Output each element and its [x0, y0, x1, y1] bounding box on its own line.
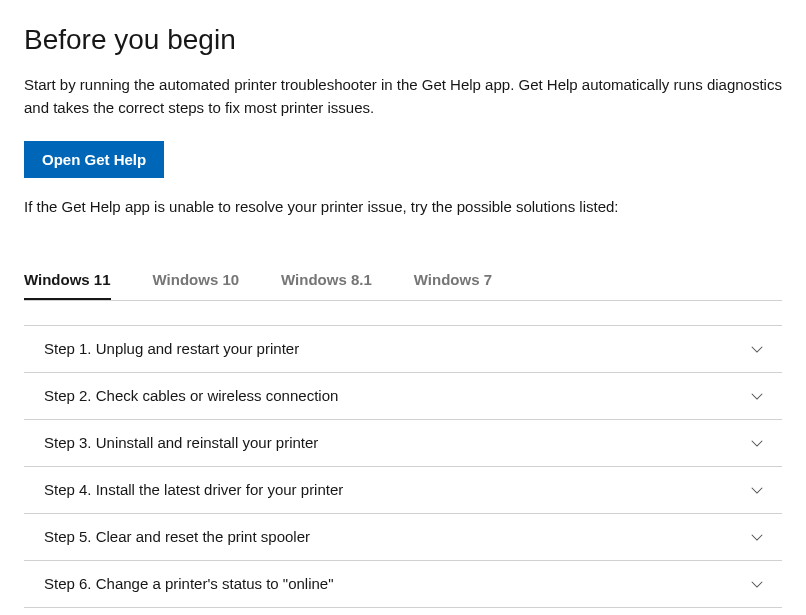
chevron-down-icon: [748, 575, 766, 593]
accordion-item-step-1[interactable]: Step 1. Unplug and restart your printer: [24, 325, 782, 372]
accordion-label: Step 2. Check cables or wireless connect…: [44, 387, 338, 404]
followup-text: If the Get Help app is unable to resolve…: [24, 196, 782, 219]
tab-windows-7[interactable]: Windows 7: [414, 261, 492, 300]
tab-windows-11[interactable]: Windows 11: [24, 261, 111, 300]
accordion-label: Step 5. Clear and reset the print spoole…: [44, 528, 310, 545]
chevron-down-icon: [748, 340, 766, 358]
chevron-down-icon: [748, 481, 766, 499]
accordion-label: Step 1. Unplug and restart your printer: [44, 340, 299, 357]
accordion-label: Step 3. Uninstall and reinstall your pri…: [44, 434, 318, 451]
tabs-container: Windows 11 Windows 10 Windows 8.1 Window…: [24, 261, 782, 301]
tab-windows-10[interactable]: Windows 10: [153, 261, 240, 300]
page-title: Before you begin: [24, 24, 782, 56]
open-get-help-button[interactable]: Open Get Help: [24, 141, 164, 178]
accordion-item-step-5[interactable]: Step 5. Clear and reset the print spoole…: [24, 513, 782, 560]
accordion-item-step-6[interactable]: Step 6. Change a printer's status to "on…: [24, 560, 782, 608]
accordion-label: Step 6. Change a printer's status to "on…: [44, 575, 334, 592]
chevron-down-icon: [748, 528, 766, 546]
accordion-item-step-2[interactable]: Step 2. Check cables or wireless connect…: [24, 372, 782, 419]
chevron-down-icon: [748, 387, 766, 405]
accordion-item-step-3[interactable]: Step 3. Uninstall and reinstall your pri…: [24, 419, 782, 466]
chevron-down-icon: [748, 434, 766, 452]
accordion-label: Step 4. Install the latest driver for yo…: [44, 481, 343, 498]
accordion-item-step-4[interactable]: Step 4. Install the latest driver for yo…: [24, 466, 782, 513]
intro-text: Start by running the automated printer t…: [24, 74, 782, 119]
accordion: Step 1. Unplug and restart your printer …: [24, 325, 782, 608]
tab-windows-8-1[interactable]: Windows 8.1: [281, 261, 372, 300]
